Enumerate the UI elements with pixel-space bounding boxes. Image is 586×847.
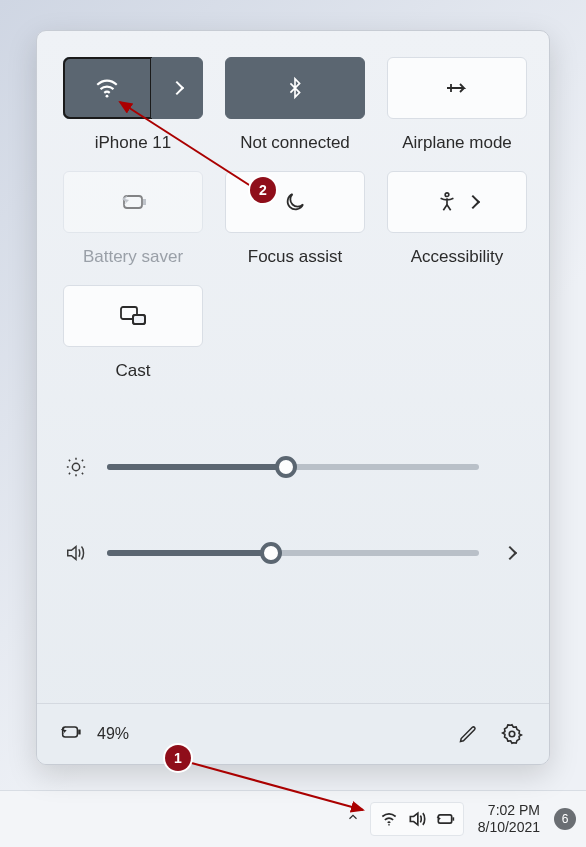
focus-assist-label: Focus assist (248, 247, 342, 267)
svg-marker-1 (410, 813, 418, 825)
wifi-button[interactable] (63, 57, 203, 119)
brightness-row (63, 447, 523, 487)
wifi-expand-button[interactable] (151, 58, 202, 118)
tile-airplane: Airplane mode (387, 57, 527, 153)
wifi-label: iPhone 11 (95, 133, 172, 153)
tile-battery-saver: Battery saver (63, 171, 203, 267)
annotation-step-1: 1 (165, 745, 191, 771)
pencil-icon (458, 724, 478, 744)
airplane-label: Airplane mode (402, 133, 512, 153)
chevron-right-icon (505, 544, 515, 562)
quick-settings-footer: 49% (37, 703, 549, 764)
tile-focus-assist: Focus assist (225, 171, 365, 267)
svg-point-15 (509, 731, 515, 737)
tile-cast: Cast (63, 285, 203, 381)
annotation-step-2: 2 (250, 177, 276, 203)
gear-icon (501, 723, 523, 745)
volume-tray-icon (405, 807, 429, 831)
system-tray[interactable] (370, 802, 464, 836)
cast-label: Cast (116, 361, 151, 381)
svg-point-0 (388, 824, 390, 826)
volume-icon (63, 542, 89, 564)
svg-rect-14 (78, 730, 80, 735)
volume-row (63, 533, 523, 573)
svg-marker-12 (68, 547, 76, 560)
svg-point-4 (106, 95, 109, 98)
battery-saver-label: Battery saver (83, 247, 183, 267)
bluetooth-label: Not connected (240, 133, 350, 153)
accessibility-label: Accessibility (411, 247, 504, 267)
volume-expand-button[interactable] (497, 544, 523, 562)
sliders-section (63, 447, 523, 573)
svg-rect-3 (452, 817, 454, 820)
taskbar-clock[interactable]: 7:02 PM 8/10/2021 (478, 802, 540, 836)
focus-assist-button[interactable] (225, 171, 365, 233)
svg-rect-2 (438, 815, 451, 823)
airplane-button[interactable] (387, 57, 527, 119)
cast-icon (119, 305, 147, 327)
battery-percentage: 49% (97, 725, 129, 743)
quick-settings-grid: iPhone 11 Not connected Airplane mode Ba… (63, 57, 523, 381)
svg-point-7 (445, 193, 449, 197)
airplane-icon (443, 76, 471, 100)
cast-button[interactable] (63, 285, 203, 347)
svg-point-11 (72, 463, 79, 470)
tile-accessibility: Accessibility (387, 171, 527, 267)
battery-charging-icon (57, 723, 83, 745)
chevron-right-icon (172, 79, 182, 97)
bluetooth-button[interactable] (225, 57, 365, 119)
battery-saver-icon (118, 191, 148, 213)
quick-settings-panel: iPhone 11 Not connected Airplane mode Ba… (36, 30, 550, 765)
moon-icon (283, 190, 307, 214)
svg-rect-9 (133, 315, 145, 324)
accessibility-icon (436, 190, 458, 214)
svg-rect-6 (143, 199, 146, 205)
taskbar: 7:02 PM 8/10/2021 6 (0, 790, 586, 847)
wifi-tray-icon (377, 807, 401, 831)
accessibility-button[interactable] (387, 171, 527, 233)
bluetooth-icon (284, 74, 306, 102)
brightness-icon (63, 456, 89, 478)
battery-tray-icon (433, 807, 457, 831)
tile-bluetooth: Not connected (225, 57, 365, 153)
battery-saver-button (63, 171, 203, 233)
volume-slider[interactable] (107, 550, 479, 556)
brightness-slider[interactable] (107, 464, 479, 470)
wifi-toggle[interactable] (64, 58, 151, 118)
clock-date: 8/10/2021 (478, 819, 540, 836)
chevron-right-icon (468, 193, 478, 211)
wifi-icon (94, 75, 120, 101)
notification-badge[interactable]: 6 (554, 808, 576, 830)
tray-overflow-chevron-icon[interactable] (346, 810, 360, 828)
tile-wifi: iPhone 11 (63, 57, 203, 153)
edit-button[interactable] (451, 717, 485, 751)
clock-time: 7:02 PM (488, 802, 540, 819)
settings-button[interactable] (495, 717, 529, 751)
